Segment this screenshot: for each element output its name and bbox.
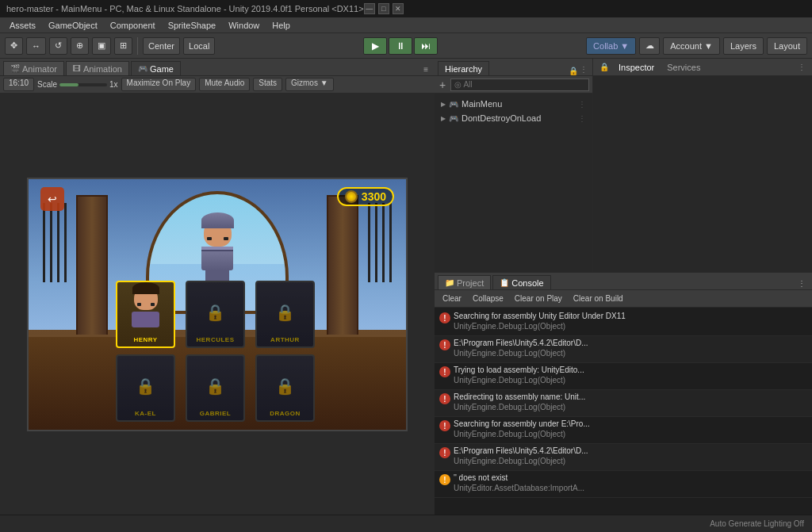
console-error-icon-0: ! xyxy=(439,312,450,323)
gabriel-name: GABRIEL xyxy=(200,410,232,417)
menu-spriteshape[interactable]: SpriteShape xyxy=(162,17,223,33)
stats-button[interactable]: Stats xyxy=(253,78,282,91)
char-henry[interactable]: HENRY xyxy=(116,281,175,348)
kael-name: KA-EL xyxy=(135,410,156,417)
menu-assets[interactable]: Assets xyxy=(3,17,42,33)
hier-item-dontdestroy[interactable]: ▶ 🎮 DontDestroyOnLoad ⋮ xyxy=(438,111,589,125)
tool-transform[interactable]: ⊞ xyxy=(114,37,132,55)
console-tabs-options-icon[interactable]: ⋮ xyxy=(795,277,809,289)
aspect-ratio-selector[interactable]: 16:10 xyxy=(3,78,34,91)
project-tab-icon: 📁 xyxy=(445,278,454,287)
scale-bar[interactable] xyxy=(59,83,107,86)
tool-scale[interactable]: ⊕ xyxy=(71,37,89,55)
scene-tabs-options[interactable]: ≡ xyxy=(420,63,431,75)
clear-on-build-button[interactable]: Clear on Build xyxy=(569,292,628,306)
maximize-button[interactable]: □ xyxy=(378,3,389,14)
cage-bar xyxy=(368,203,370,282)
bottom-panels: 📁 Project 📋 Console ⋮ Clear Collapse Cle… xyxy=(435,273,812,515)
hierarchy-content: ▶ 🎮 MainMenu ⋮ ▶ 🎮 DontDestroyOnLoad ⋮ xyxy=(435,94,592,272)
console-entry-text-0: Searching for assembly Unity Editor Unde… xyxy=(454,311,807,331)
tab-hierarchy[interactable]: Hierarchy xyxy=(438,61,489,75)
tab-animation[interactable]: 🎞 Animation xyxy=(66,61,129,75)
inspector-panel-icon: 🔒 xyxy=(599,63,609,71)
console-line1-2: Trying to load assembly: UnityEdito... xyxy=(454,365,807,375)
maximize-on-play-button[interactable]: Maximize On Play xyxy=(121,78,197,91)
char-gabriel[interactable]: 🔒 GABRIEL xyxy=(186,354,245,422)
play-button[interactable]: ▶ xyxy=(363,37,387,55)
tool-rotate[interactable]: ↺ xyxy=(49,37,67,55)
inspector-options-icon[interactable]: ⋮ xyxy=(798,63,806,71)
collab-button[interactable]: Collab ▼ xyxy=(586,37,636,55)
console-error-icon-2: ! xyxy=(439,366,450,377)
local-button[interactable]: Local xyxy=(183,37,215,55)
menu-gameobject[interactable]: GameObject xyxy=(42,17,104,33)
henry-portrait xyxy=(126,286,166,334)
tab-project[interactable]: 📁 Project xyxy=(438,275,491,289)
mainmenu-arrow-icon: ▶ xyxy=(441,101,446,108)
hier-item-mainmenu[interactable]: ▶ 🎮 MainMenu ⋮ xyxy=(438,97,589,111)
hierarchy-options-icon[interactable]: ⋮ xyxy=(578,63,589,75)
game-background: ↩ 3300 xyxy=(29,179,406,430)
cage-bar xyxy=(50,203,52,282)
console-tabs: 📁 Project 📋 Console ⋮ xyxy=(435,273,812,290)
console-entry-text-3: Redirecting to assembly name: Unit... Un… xyxy=(454,392,807,412)
pause-button[interactable]: ⏸ xyxy=(389,37,412,55)
collapse-button[interactable]: Collapse xyxy=(468,292,508,306)
toolbar-separator-1 xyxy=(137,37,138,55)
console-entry-5[interactable]: ! E:\Program Files\Unity5.4.2\Editor\D..… xyxy=(435,444,812,471)
henry-eye-l xyxy=(137,303,141,306)
account-button[interactable]: Account ▼ xyxy=(663,37,720,55)
tool-hand[interactable]: ✥ xyxy=(5,37,23,55)
close-button[interactable]: ✕ xyxy=(393,3,404,14)
console-line1-6: '' does not exist xyxy=(454,473,807,483)
console-entry-2[interactable]: ! Trying to load assembly: UnityEdito...… xyxy=(435,363,812,390)
console-entry-6[interactable]: ! '' does not exist UnityEditor.AssetDat… xyxy=(435,471,812,498)
char-kael[interactable]: 🔒 KA-EL xyxy=(116,354,175,422)
clear-on-play-button[interactable]: Clear on Play xyxy=(510,292,567,306)
game-toolbar: 16:10 Scale 1x Maximize On Play Mute Aud… xyxy=(0,76,435,94)
cage-bar xyxy=(382,203,385,282)
center-button[interactable]: Center xyxy=(143,37,180,55)
tool-rect[interactable]: ▣ xyxy=(92,37,111,55)
toolbar: ✥ ↔ ↺ ⊕ ▣ ⊞ Center Local ▶ ⏸ ⏭ Collab ▼ … xyxy=(0,33,812,59)
tab-animator[interactable]: 🎬 Animator xyxy=(3,61,64,75)
tab-console[interactable]: 📋 Console xyxy=(492,275,550,289)
layout-button[interactable]: Layout xyxy=(767,37,807,55)
hercules-lock-icon: 🔒 xyxy=(205,303,225,322)
cage-bar xyxy=(43,203,45,282)
console-entry-3[interactable]: ! Redirecting to assembly name: Unit... … xyxy=(435,390,812,417)
hierarchy-add-button[interactable]: + xyxy=(438,78,447,91)
menu-help[interactable]: Help xyxy=(266,17,297,33)
hierarchy-lock-icon[interactable]: 🔒 xyxy=(569,67,578,75)
tool-move[interactable]: ↔ xyxy=(26,37,46,55)
console-tab-label: Console xyxy=(511,278,543,288)
tab-inspector[interactable]: Inspector xyxy=(615,63,657,72)
menu-window[interactable]: Window xyxy=(222,17,266,33)
mute-audio-button[interactable]: Mute Audio xyxy=(199,78,250,91)
char-dragon[interactable]: 🔒 DRAGON xyxy=(255,354,315,422)
project-tab-label: Project xyxy=(457,278,484,288)
clear-button[interactable]: Clear xyxy=(438,292,466,306)
hero-chest xyxy=(201,247,233,251)
tab-services[interactable]: Services xyxy=(664,63,703,72)
mainmenu-options-icon[interactable]: ⋮ xyxy=(578,100,586,109)
cloud-button[interactable]: ☁ xyxy=(639,37,660,55)
hierarchy-tabs: Hierarchy 🔒 ⋮ xyxy=(435,59,592,76)
gizmos-button[interactable]: Gizmos ▼ xyxy=(285,78,334,91)
main-area: 🎬 Animator 🎞 Animation 🎮 Game ≡ 16:10 Sc… xyxy=(0,59,812,515)
back-button[interactable]: ↩ xyxy=(40,187,64,211)
hero-eye-left xyxy=(207,237,212,240)
menu-component[interactable]: Component xyxy=(104,17,162,33)
console-entry-0[interactable]: ! Searching for assembly Unity Editor Un… xyxy=(435,309,812,336)
console-entry-4[interactable]: ! Searching for assembly under E:\Pro...… xyxy=(435,417,812,444)
hierarchy-search-input[interactable] xyxy=(450,78,589,91)
status-text: Auto Generate Lighting Off xyxy=(710,519,804,528)
char-hercules[interactable]: 🔒 HERCULES xyxy=(186,281,245,348)
console-entry-1[interactable]: ! E:\Program Files\Unity5.4.2\Editor\D..… xyxy=(435,336,812,363)
char-arthur[interactable]: 🔒 ARTHUR xyxy=(255,281,315,348)
layers-button[interactable]: Layers xyxy=(723,37,764,55)
dontdestroy-options-icon[interactable]: ⋮ xyxy=(578,114,586,123)
step-button[interactable]: ⏭ xyxy=(414,37,438,55)
minimize-button[interactable]: — xyxy=(364,3,375,14)
tab-game[interactable]: 🎮 Game xyxy=(131,61,181,75)
